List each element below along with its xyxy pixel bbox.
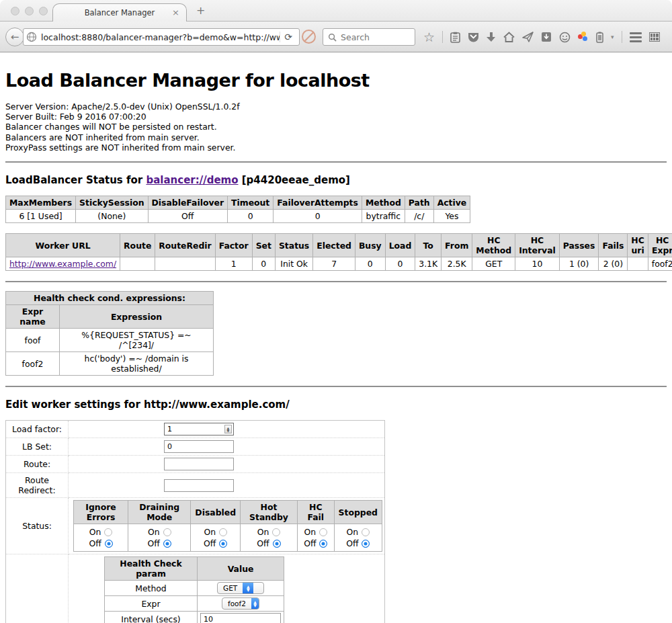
col-header: Busy bbox=[355, 234, 385, 257]
col-header: DisableFailover bbox=[148, 196, 228, 210]
col-header: Load bbox=[385, 234, 415, 257]
table-row: 6 [1 Used] (None) Off 0 0 bytraffic /c/ … bbox=[6, 210, 470, 223]
route-input[interactable] bbox=[164, 458, 234, 470]
method-select[interactable]: GET ▲▼ bbox=[217, 582, 264, 594]
draining-mode-off-radio[interactable] bbox=[163, 540, 171, 548]
hc-fail-off-radio[interactable] bbox=[319, 540, 327, 548]
method-select-value: GET bbox=[218, 584, 243, 592]
new-tab-button[interactable]: + bbox=[196, 5, 205, 16]
url-bar[interactable]: localhost:8880/balancer-manager?b=demo&w… bbox=[23, 28, 300, 46]
server-info: Server Version: Apache/2.5.0-dev (Unix) … bbox=[5, 101, 667, 153]
table-header-row: Health Check param Value bbox=[105, 557, 284, 581]
cell-failoverattempts: 0 bbox=[274, 210, 362, 223]
disabled-on-radio[interactable] bbox=[219, 528, 227, 536]
chevron-down-icon[interactable]: ▾ bbox=[611, 34, 614, 40]
table-header-row: Worker URL Route RouteRedir Factor Set S… bbox=[6, 234, 672, 257]
heading-suffix: [p4420eeae_demo] bbox=[239, 174, 350, 186]
tab-close-icon[interactable]: × bbox=[172, 7, 179, 17]
col-header: StickySession bbox=[76, 196, 148, 210]
page-title: Load Balancer Manager for localhost bbox=[5, 70, 667, 91]
ignore-errors-on-radio[interactable] bbox=[104, 528, 112, 536]
col-header: HC uri bbox=[628, 234, 648, 257]
clipboard-icon[interactable] bbox=[450, 32, 460, 43]
route-redirect-input[interactable] bbox=[164, 479, 234, 492]
method-label: Method bbox=[105, 581, 198, 596]
device-battery-icon[interactable] bbox=[596, 32, 603, 43]
home-icon[interactable] bbox=[503, 32, 515, 42]
download-icon[interactable] bbox=[487, 32, 496, 42]
tab-balancer-manager[interactable]: Balancer Manager × bbox=[52, 3, 187, 22]
col-header: Set bbox=[252, 234, 275, 257]
server-version-line: Server Version: Apache/2.5.0-dev (Unix) … bbox=[5, 101, 667, 112]
pocket-icon[interactable] bbox=[468, 32, 479, 42]
bookmark-star-icon[interactable]: ☆ bbox=[423, 31, 435, 44]
table-header-row: Expr name Expression bbox=[6, 305, 214, 329]
hc-fail-on-radio[interactable] bbox=[319, 528, 327, 536]
cell-busy: 0 bbox=[355, 257, 385, 271]
hot-standby-on-radio[interactable] bbox=[272, 528, 280, 536]
cell-hc-method: GET bbox=[472, 257, 515, 271]
cell-from: 2.5K bbox=[442, 257, 472, 271]
expr-select[interactable]: foof2 ▲▼ bbox=[222, 597, 259, 610]
table-row: http://www.example.com/ 1 0 Init Ok 7 0 … bbox=[6, 257, 672, 271]
radio-on-label: On bbox=[89, 527, 101, 537]
form-row-route: Route: bbox=[6, 456, 385, 473]
cell-load: 0 bbox=[385, 257, 415, 271]
minimize-window-button[interactable] bbox=[25, 7, 34, 15]
table-header-row: Health check cond. expressions: bbox=[6, 292, 214, 305]
url-text[interactable]: localhost:8880/balancer-manager?b=demo&w… bbox=[41, 32, 280, 42]
edit-worker-heading: Edit worker settings for http://www.exam… bbox=[5, 399, 667, 411]
radio-off-label: Off bbox=[257, 538, 269, 548]
send-icon[interactable] bbox=[522, 32, 534, 42]
window-controls[interactable] bbox=[11, 7, 48, 15]
col-header: Elected bbox=[313, 234, 355, 257]
col-header: MaxMembers bbox=[6, 196, 76, 210]
col-header: Hot Standby bbox=[241, 501, 298, 524]
draining-mode-on-radio[interactable] bbox=[163, 528, 171, 536]
close-window-button[interactable] bbox=[11, 7, 19, 15]
grid-panel-icon[interactable] bbox=[649, 32, 660, 42]
stopped-on-radio[interactable] bbox=[362, 528, 370, 536]
back-button[interactable]: ← bbox=[5, 28, 24, 46]
col-header: FailoverAttempts bbox=[274, 196, 362, 210]
page-content: Load Balancer Manager for localhost Serv… bbox=[0, 70, 672, 623]
col-header: Worker URL bbox=[6, 234, 120, 257]
reload-icon[interactable]: ⟳ bbox=[280, 32, 296, 42]
col-header: Value bbox=[198, 557, 284, 581]
search-bar[interactable]: Search bbox=[323, 28, 415, 46]
content-blocker-icon[interactable] bbox=[302, 30, 316, 44]
divider bbox=[5, 386, 667, 387]
col-header: Method bbox=[362, 196, 405, 210]
stopped-off-radio[interactable] bbox=[362, 540, 370, 548]
radio-on-label: On bbox=[204, 527, 216, 537]
load-factor-input[interactable] bbox=[164, 423, 234, 435]
tab-bar: Balancer Manager × + bbox=[0, 0, 672, 22]
worker-url-link[interactable]: http://www.example.com/ bbox=[9, 259, 116, 269]
number-stepper-icon[interactable]: ▲▼ bbox=[224, 425, 232, 433]
lb-set-label: LB Set: bbox=[6, 438, 69, 456]
colors-cluster-icon[interactable] bbox=[578, 32, 589, 42]
save-to-box-icon[interactable] bbox=[541, 32, 552, 42]
col-header: RouteRedir bbox=[155, 234, 215, 257]
hot-standby-off-radio[interactable] bbox=[273, 540, 281, 548]
cell-disablefailover: Off bbox=[148, 210, 228, 223]
feedback-smiley-icon[interactable] bbox=[559, 32, 571, 43]
balancer-status-table: MaxMembers StickySession DisableFailover… bbox=[5, 196, 470, 223]
cell-fails: 2 (0) bbox=[599, 257, 628, 271]
interval-input[interactable] bbox=[200, 613, 281, 623]
col-header: From bbox=[442, 234, 472, 257]
persist-note-line: Balancer changes will NOT be persisted o… bbox=[5, 122, 667, 132]
inherit-note-line: Balancers are NOT inherited from main se… bbox=[5, 132, 667, 142]
menu-icon[interactable] bbox=[630, 32, 642, 42]
zoom-window-button[interactable] bbox=[39, 7, 48, 15]
table-row: foof2 hc('body') =~ /domain is establish… bbox=[6, 352, 214, 376]
table-row: Expr foof2 ▲▼ bbox=[105, 596, 284, 612]
lb-set-input[interactable] bbox=[164, 440, 234, 453]
search-placeholder[interactable]: Search bbox=[341, 32, 370, 42]
balancer-demo-link[interactable]: balancer://demo bbox=[146, 174, 238, 186]
cell-routeredir bbox=[155, 257, 215, 271]
ignore-errors-off-radio[interactable] bbox=[105, 540, 113, 548]
disabled-off-radio[interactable] bbox=[219, 540, 227, 548]
cell-elected: 7 bbox=[313, 257, 355, 271]
radio-off-label: Off bbox=[304, 538, 316, 548]
